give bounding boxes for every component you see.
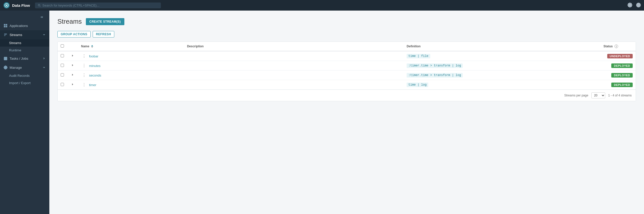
table-body: ⋮ foobar time | file UNDEPLOYED ⋮ minute	[58, 51, 636, 90]
sidebar-item-streams-label: Streams	[10, 33, 40, 37]
col-name-header[interactable]: Name	[78, 42, 184, 51]
row-desc-cell-0	[184, 51, 404, 61]
row-name-cell-1: ⋮ minutes	[78, 61, 184, 70]
streams-table-container: Name Description Definition Status i	[57, 42, 636, 101]
row-checkbox-1[interactable]	[61, 64, 64, 67]
definition-tag-1: :timer.time > transform | log	[407, 63, 463, 68]
sort-desc-icon	[91, 47, 93, 48]
row-def-cell-2: :timer.time > transform | log	[404, 70, 600, 80]
row-expand-button-2[interactable]	[70, 73, 75, 78]
sidebar: Applications Streams Streams Runtime Tas…	[0, 11, 49, 214]
row-checkbox-cell	[58, 70, 67, 80]
svg-rect-10	[6, 26, 7, 27]
sidebar-sub-item-runtime[interactable]: Runtime	[0, 47, 49, 54]
row-status-cell-1: DEPLOYED	[600, 61, 636, 70]
svg-rect-9	[4, 26, 5, 27]
table-row: ⋮ foobar time | file UNDEPLOYED	[58, 51, 636, 61]
sidebar-sub-item-import-export[interactable]: Import / Export	[0, 79, 49, 87]
tasks-icon	[4, 56, 8, 60]
row-menu-button-0[interactable]: ⋮	[81, 54, 87, 58]
per-page-label: Streams per page	[564, 94, 588, 97]
manage-chevron-icon	[42, 66, 46, 69]
col-expand-header	[67, 42, 78, 51]
select-all-checkbox[interactable]	[61, 44, 64, 48]
main-layout: Applications Streams Streams Runtime Tas…	[0, 11, 644, 214]
app-logo	[3, 2, 10, 9]
streams-chevron-icon	[42, 33, 46, 37]
group-actions-button[interactable]: GROUP ACTIONS	[57, 31, 91, 38]
search-bar[interactable]	[35, 3, 161, 8]
content-area: Streams CREATE STREAM(S) GROUP ACTIONS R…	[49, 11, 644, 214]
per-page-select[interactable]: 20 50 100	[591, 92, 605, 98]
info-button[interactable]	[636, 3, 641, 8]
streams-icon	[4, 33, 8, 37]
sidebar-sub-audit-label: Audit Records	[9, 74, 30, 78]
row-name-cell-3: ⋮ timer	[78, 80, 184, 90]
search-input[interactable]	[42, 4, 158, 7]
row-status-cell-0: UNDEPLOYED	[600, 51, 636, 61]
sidebar-sub-item-audit[interactable]: Audit Records	[0, 72, 49, 79]
svg-rect-11	[4, 57, 7, 60]
row-checkbox-2[interactable]	[61, 73, 64, 77]
name-sort-icons	[91, 45, 93, 48]
row-menu-button-1[interactable]: ⋮	[81, 63, 87, 68]
create-streams-button[interactable]: CREATE STREAM(S)	[86, 18, 124, 25]
row-name-cell-0: ⋮ foobar	[78, 51, 184, 61]
sidebar-item-applications[interactable]: Applications	[0, 21, 49, 30]
row-desc-cell-2	[184, 70, 404, 80]
svg-rect-8	[6, 24, 7, 25]
row-def-cell-3: time | log	[404, 80, 600, 90]
status-info-icon[interactable]: i	[615, 45, 618, 48]
sidebar-sub-import-label: Import / Export	[9, 81, 30, 85]
table-row: ⋮ timer time | log DEPLOYED	[58, 80, 636, 90]
grid-icon	[4, 24, 8, 28]
settings-button[interactable]	[627, 3, 632, 8]
svg-rect-7	[4, 24, 5, 25]
app-title: Data Flow	[12, 3, 30, 8]
row-checkbox-0[interactable]	[61, 54, 64, 57]
row-expand-button-3[interactable]	[70, 82, 75, 87]
row-expand-cell-1	[67, 61, 78, 70]
sort-asc-icon	[91, 45, 93, 46]
table-row: ⋮ minutes :timer.time > transform | log …	[58, 61, 636, 70]
sidebar-item-tasks[interactable]: Tasks / Jobs	[0, 54, 49, 63]
sidebar-item-manage-label: Manage	[10, 66, 40, 69]
sidebar-item-streams[interactable]: Streams	[0, 30, 49, 39]
col-check	[58, 42, 67, 51]
stream-name-link-3[interactable]: timer	[89, 83, 96, 87]
row-checkbox-3[interactable]	[61, 83, 64, 86]
topbar: Data Flow	[0, 0, 644, 11]
row-expand-button-0[interactable]	[70, 54, 75, 58]
row-checkbox-cell	[58, 61, 67, 70]
sidebar-item-manage[interactable]: Manage	[0, 63, 49, 72]
sidebar-collapse-button[interactable]	[37, 13, 47, 20]
row-menu-button-2[interactable]: ⋮	[81, 73, 87, 78]
row-checkbox-cell	[58, 80, 67, 90]
row-menu-button-3[interactable]: ⋮	[81, 82, 87, 87]
row-def-cell-0: time | file	[404, 51, 600, 61]
row-name-cell-2: ⋮ seconds	[78, 70, 184, 80]
refresh-button[interactable]: REFRESH	[93, 31, 114, 38]
stream-name-link-1[interactable]: minutes	[89, 64, 101, 68]
stream-name-link-0[interactable]: foobar	[89, 54, 98, 58]
status-badge-0: UNDEPLOYED	[607, 54, 633, 58]
stream-name-link-2[interactable]: seconds	[89, 74, 101, 77]
sidebar-sub-item-streams[interactable]: Streams	[0, 39, 49, 47]
row-expand-cell-0	[67, 51, 78, 61]
col-status-header: Status i	[600, 42, 636, 51]
row-desc-cell-3	[184, 80, 404, 90]
row-expand-button-1[interactable]	[70, 63, 75, 68]
table-header-row: Name Description Definition Status i	[58, 42, 636, 51]
definition-tag-2: :timer.time > transform | log	[407, 73, 463, 78]
svg-point-2	[6, 5, 7, 6]
status-badge-1: DEPLOYED	[611, 63, 633, 68]
row-expand-cell-2	[67, 70, 78, 80]
row-def-cell-1: :timer.time > transform | log	[404, 61, 600, 70]
page-title: Streams	[57, 18, 82, 25]
tasks-chevron-icon	[42, 57, 46, 60]
row-status-cell-2: DEPLOYED	[600, 70, 636, 80]
manage-icon	[4, 65, 8, 69]
status-badge-2: DEPLOYED	[611, 73, 633, 78]
action-bar: GROUP ACTIONS REFRESH	[57, 31, 636, 38]
definition-tag-0: time | file	[407, 54, 430, 58]
